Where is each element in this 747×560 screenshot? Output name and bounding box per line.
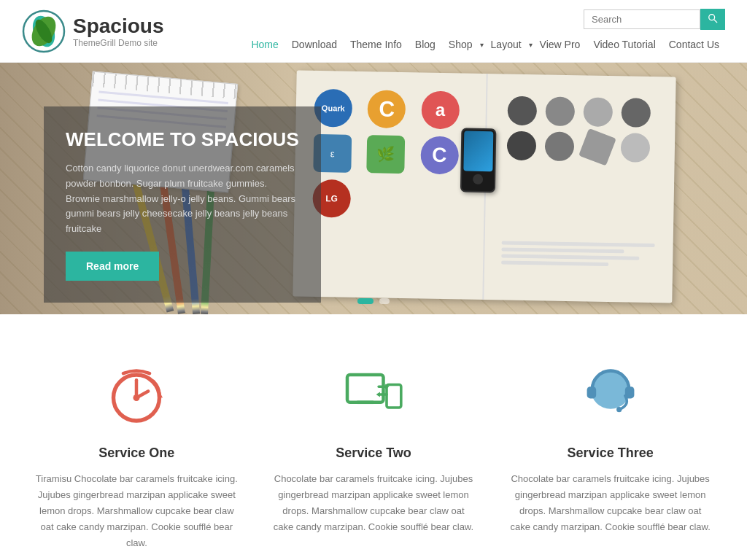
site-logo-icon (22, 9, 66, 53)
hero-text-box: WELCOME TO SPACIOUS Cotton candy liquori… (44, 106, 321, 303)
service-one-title: Service One (34, 446, 239, 461)
dot-pattern-7 (621, 133, 651, 163)
service-one-desc: Tiramisu Chocolate bar caramels fruitcak… (34, 471, 239, 551)
service-three-desc: Chocolate bar caramels fruitcake icing. … (508, 471, 713, 535)
svg-point-17 (616, 407, 622, 412)
book-prop: Quark C a ε 🌿 C LG (293, 70, 676, 303)
nav-item-layout[interactable]: Layout (485, 36, 527, 53)
dot-pattern-3 (583, 97, 613, 127)
phone-prop (460, 128, 497, 192)
service-two-desc: Chocolate bar caramels fruitcake icing. … (271, 471, 476, 535)
phone-screen (463, 131, 493, 171)
hero-section: Quark C a ε 🌿 C LG (0, 63, 747, 314)
nav-item-video-tutorial[interactable]: Video Tutorial (587, 36, 661, 53)
text-line-3 (501, 254, 639, 260)
book-right-page (494, 85, 665, 284)
logo-area: Spacious ThemeGrill Demo site (22, 9, 163, 53)
svg-point-4 (709, 15, 715, 20)
dot-pattern-6 (545, 131, 575, 161)
pattern-grid (495, 85, 665, 174)
hero-cta-button[interactable]: Read more (66, 252, 159, 281)
hero-title: WELCOME TO SPACIOUS (66, 128, 299, 151)
headset-icon (578, 362, 643, 427)
service-one-icon (100, 358, 173, 431)
timer-icon (104, 362, 169, 427)
svg-rect-9 (347, 375, 384, 402)
square-pattern (578, 128, 616, 166)
nav-item-download[interactable]: Download (286, 36, 343, 53)
logo-text: Spacious ThemeGrill Demo site (73, 15, 163, 48)
dot-pattern-2 (545, 96, 575, 126)
service-three-title: Service Three (508, 446, 713, 461)
header: Spacious ThemeGrill Demo site Home Downl… (0, 0, 747, 63)
carousel-dot-1[interactable] (357, 298, 374, 304)
text-line-1 (502, 241, 655, 247)
nav-shop-arrow: ▾ (480, 41, 484, 49)
logos-grid: Quark C a ε 🌿 C LG (305, 82, 475, 228)
svg-line-5 (714, 20, 717, 23)
devices-icon (341, 362, 406, 427)
site-tagline: ThemeGrill Demo site (73, 38, 163, 48)
hero-body: Cotton candy liquorice donut unerdwear.c… (66, 161, 299, 237)
logo-leaf: 🌿 (367, 135, 406, 174)
text-lines (501, 241, 655, 270)
nav-item-home[interactable]: Home (245, 36, 284, 53)
services-section: Service One Tiramisu Chocolate bar caram… (0, 314, 747, 560)
search-icon (708, 13, 718, 23)
service-two-title: Service Two (271, 446, 476, 461)
service-three: Service Three Chocolate bar caramels fru… (508, 358, 713, 551)
nav-item-shop[interactable]: Shop (443, 36, 479, 53)
nav-item-theme-info[interactable]: Theme Info (344, 36, 408, 53)
logo-c-purple: C (420, 136, 459, 174)
search-bar (584, 9, 725, 30)
svg-rect-15 (587, 386, 596, 398)
logo-a-red: a (421, 90, 460, 129)
text-line-4 (501, 260, 608, 266)
svg-rect-11 (387, 385, 401, 408)
nav-layout-arrow: ▾ (529, 41, 533, 49)
service-one: Service One Tiramisu Chocolate bar caram… (34, 358, 239, 551)
carousel-dots (357, 298, 390, 304)
svg-point-7 (133, 394, 140, 401)
header-right: Home Download Theme Info Blog Shop ▾ Lay… (245, 9, 725, 53)
search-input[interactable] (584, 9, 700, 29)
logo-c-orange: C (368, 90, 406, 128)
site-name: Spacious (73, 15, 163, 38)
svg-marker-13 (376, 392, 380, 397)
dot-pattern-5 (507, 131, 537, 161)
dot-pattern-1 (507, 96, 537, 126)
main-nav: Home Download Theme Info Blog Shop ▾ Lay… (245, 36, 725, 53)
service-two-icon (337, 358, 410, 431)
phone-home-button (473, 174, 483, 184)
dot-pattern-4 (621, 98, 651, 128)
text-line-2 (501, 247, 624, 253)
search-button[interactable] (700, 9, 725, 30)
nav-item-shop-wrapper: Shop ▾ (443, 36, 484, 53)
nav-item-blog[interactable]: Blog (409, 36, 441, 53)
nav-item-view-pro[interactable]: View Pro (534, 36, 587, 53)
nav-item-layout-wrapper: Layout ▾ (485, 36, 533, 53)
carousel-dot-2[interactable] (379, 298, 390, 304)
book-left-page: Quark C a ε 🌿 C LG (304, 82, 476, 281)
service-two: Service Two Chocolate bar caramels fruit… (271, 358, 476, 551)
service-three-icon (574, 358, 647, 431)
nav-item-contact[interactable]: Contact Us (663, 36, 725, 53)
